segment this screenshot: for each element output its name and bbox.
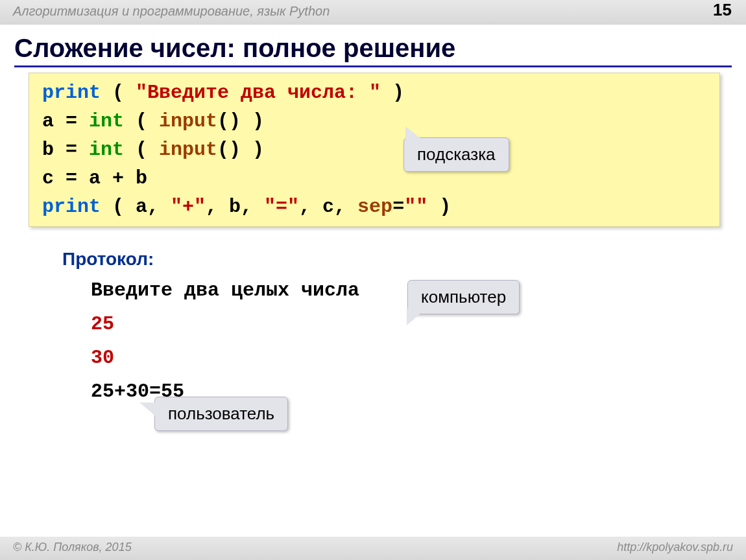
kw-int: int xyxy=(89,139,124,161)
slide-title: Сложение чисел: полное решение xyxy=(14,34,732,67)
page-number: 15 xyxy=(713,0,732,20)
slide-footer: © К.Ю. Поляков, 2015 http://kpolyakov.sp… xyxy=(0,537,746,560)
callout-user: пользователь xyxy=(154,397,288,431)
footer-url: http://kpolyakov.spb.ru xyxy=(617,541,733,554)
header-title: Алгоритмизация и программирование, язык … xyxy=(13,4,330,18)
string-literal: "+" xyxy=(171,196,206,218)
protocol-input-2: 30 xyxy=(91,347,114,369)
protocol-input-1: 25 xyxy=(91,313,114,335)
kw-int: int xyxy=(89,110,124,132)
callout-computer: компьютер xyxy=(407,280,520,314)
kw-input: input xyxy=(159,110,217,132)
kw-print: print xyxy=(42,82,101,104)
kw-print: print xyxy=(42,196,101,218)
protocol-label: Протокол: xyxy=(62,249,746,270)
protocol-prompt: Введите два целых числа xyxy=(91,279,359,301)
kw-input: input xyxy=(159,139,217,161)
footer-copyright: © К.Ю. Поляков, 2015 xyxy=(13,541,132,554)
string-literal: "" xyxy=(404,196,427,218)
string-literal: "Введите два числа: " xyxy=(136,82,381,104)
callout-hint: подсказка xyxy=(403,137,509,172)
string-literal: "=" xyxy=(264,196,299,218)
slide-header: Алгоритмизация и программирование, язык … xyxy=(0,0,746,25)
code-block: print ( "Введите два числа: " ) a = int … xyxy=(29,73,720,227)
kw-sep: sep xyxy=(357,196,392,218)
